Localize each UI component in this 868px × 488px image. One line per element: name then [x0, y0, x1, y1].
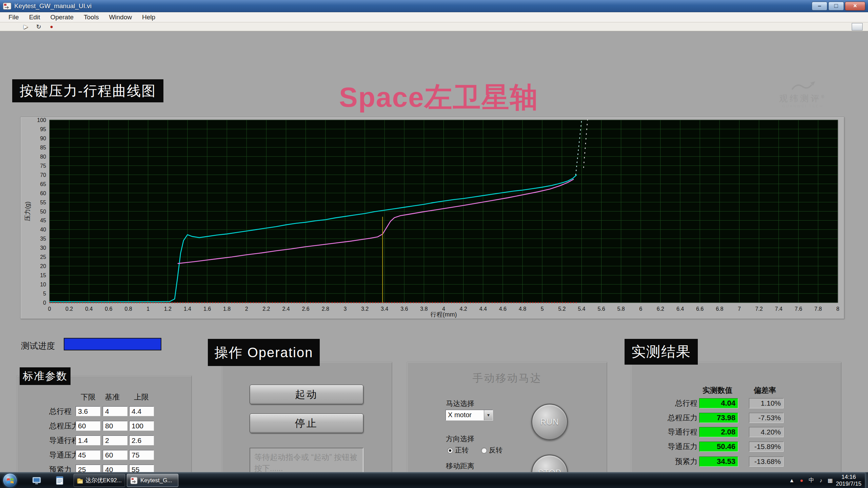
param-total-travel-base[interactable]: [103, 406, 127, 416]
svg-text:3.6: 3.6: [400, 306, 408, 312]
param-actuation-travel-base[interactable]: [103, 435, 127, 445]
result-deviation-preload-force: -13.68%: [749, 456, 784, 467]
menu-item-file[interactable]: File: [3, 12, 24, 22]
param-total-force-min[interactable]: [76, 421, 100, 431]
param-actuation-travel-min[interactable]: [76, 435, 100, 445]
param-total-travel-min[interactable]: [76, 406, 100, 416]
minimize-button[interactable]: –: [812, 2, 827, 11]
svg-text:85: 85: [40, 145, 46, 150]
svg-text:4.2: 4.2: [460, 306, 467, 312]
param-actuation-force-min[interactable]: [76, 450, 100, 460]
radio-selected-icon[interactable]: [447, 448, 453, 453]
param-actuation-travel-max[interactable]: [129, 435, 154, 445]
motor-panel-title: 手动移动马达: [407, 371, 607, 385]
result-value-actuation-force: 50.46: [699, 442, 738, 452]
result-value-total-travel: 4.04: [699, 398, 738, 408]
watermark-text: Space左卫星轴: [339, 79, 538, 116]
svg-text:6: 6: [639, 306, 642, 312]
direction-reverse-radio[interactable]: 反转: [481, 446, 502, 455]
close-button[interactable]: ×: [845, 2, 865, 11]
taskbar-quick-launch-icon[interactable]: [31, 475, 42, 486]
progress-label: 测试进度: [21, 340, 55, 351]
params-title-block: 标准参数: [20, 367, 71, 385]
hidden-icons-chevron-icon[interactable]: ▲: [789, 477, 794, 484]
program-window-icon: [32, 476, 41, 485]
toolbar-panel-icon[interactable]: [852, 23, 863, 30]
param-actuation-force-max[interactable]: [129, 450, 154, 460]
run-icon[interactable]: ▶: [21, 23, 31, 30]
motor-select-dropdown[interactable]: X motor ▼: [446, 410, 493, 421]
window-title: Keytest_GW_manual_UI.vi: [14, 2, 92, 10]
direction-forward-radio[interactable]: 正转: [447, 446, 469, 455]
show-desktop-button[interactable]: [865, 472, 868, 488]
results-title-block: 实测结果: [625, 339, 698, 365]
svg-text:3.4: 3.4: [381, 306, 388, 312]
svg-text:5.6: 5.6: [597, 306, 605, 312]
svg-text:6.4: 6.4: [676, 306, 684, 312]
motor-dropdown-arrow-icon[interactable]: ▼: [484, 410, 493, 420]
svg-text:2.6: 2.6: [302, 306, 310, 312]
svg-text:1.2: 1.2: [164, 306, 172, 312]
start-button[interactable]: [3, 473, 17, 488]
progress-bar: [64, 338, 161, 350]
param-total-force-max[interactable]: [129, 421, 154, 431]
svg-text:7.8: 7.8: [814, 306, 822, 312]
radio-unselected-icon[interactable]: [481, 448, 487, 453]
taskbar-window-button-active[interactable]: Keytest_G...: [127, 474, 178, 487]
windows-flag-icon: [6, 477, 14, 484]
xy-graph-frame: 00.20.40.60.811.21.41.61.822.22.42.62.83…: [20, 117, 844, 319]
param-label-total-travel: 总行程: [49, 406, 72, 416]
maximize-button[interactable]: □: [828, 2, 844, 11]
tray-network-icon[interactable]: ▦: [828, 477, 833, 484]
svg-text:65: 65: [40, 181, 46, 187]
tray-ime-icon[interactable]: 中: [809, 477, 814, 484]
menu-item-help[interactable]: Help: [137, 12, 160, 22]
svg-text:5.8: 5.8: [617, 306, 625, 312]
param-actuation-force-base[interactable]: [103, 450, 127, 460]
svg-text:5.2: 5.2: [558, 306, 566, 312]
clock-date: 2019/7/15: [834, 481, 863, 487]
menu-item-edit[interactable]: Edit: [24, 12, 45, 22]
svg-text:35: 35: [40, 236, 46, 242]
svg-text:7.2: 7.2: [755, 306, 763, 312]
xy-graph[interactable]: 00.20.40.60.811.21.41.61.822.22.42.62.83…: [21, 117, 844, 319]
logo-swoosh-icon: [791, 81, 815, 92]
result-label-preload-force: 预紧力: [647, 456, 697, 466]
result-deviation-actuation-force: -15.89%: [749, 442, 784, 452]
svg-text:行程(mm): 行程(mm): [430, 311, 457, 318]
menu-item-window[interactable]: Window: [104, 12, 137, 22]
svg-text:30: 30: [40, 245, 46, 251]
chart-title-block: 按键压力-行程曲线图: [12, 79, 163, 102]
param-total-force-base[interactable]: [103, 421, 127, 431]
taskbar-window-button[interactable]: 达尔优EK92...: [74, 474, 125, 487]
taskbar-clock[interactable]: 14:16 2019/7/15: [834, 474, 863, 487]
svg-text:3.2: 3.2: [361, 306, 369, 312]
param-header-min: 下限: [76, 392, 100, 402]
start-button[interactable]: 起动: [250, 385, 363, 404]
tray-alert-icon[interactable]: ●: [800, 477, 803, 484]
svg-text:40: 40: [40, 227, 46, 232]
result-value-total-force: 73.98: [699, 413, 738, 423]
svg-text:1.4: 1.4: [184, 306, 191, 312]
svg-text:2.8: 2.8: [322, 306, 329, 312]
stop-button[interactable]: 停止: [250, 413, 363, 433]
svg-text:70: 70: [40, 172, 46, 178]
run-continuous-icon[interactable]: ↻: [34, 23, 43, 30]
result-deviation-total-force: -7.53%: [749, 413, 784, 423]
param-label-actuation-travel: 导通行程: [49, 435, 79, 445]
svg-text:20: 20: [40, 263, 46, 269]
svg-text:4.8: 4.8: [519, 306, 526, 312]
param-total-travel-max[interactable]: [129, 406, 154, 416]
abort-icon[interactable]: ●: [47, 23, 56, 30]
run-button[interactable]: RUN: [531, 404, 568, 440]
result-label-actuation-force: 导通压力: [647, 442, 697, 451]
svg-text:55: 55: [40, 200, 46, 205]
front-panel: 按键压力-行程曲线图 Space左卫星轴 观纬测评® GUANWEI TECH …: [0, 31, 868, 472]
menu-item-tools[interactable]: Tools: [79, 12, 104, 22]
menu-item-operate[interactable]: Operate: [45, 12, 79, 22]
taskbar-quick-launch-icon[interactable]: [54, 475, 65, 486]
tray-volume-icon[interactable]: ♪: [820, 477, 822, 484]
svg-text:1.8: 1.8: [223, 306, 231, 312]
menu-bar: File Edit Operate Tools Window Help: [0, 12, 868, 22]
svg-text:90: 90: [40, 136, 46, 141]
